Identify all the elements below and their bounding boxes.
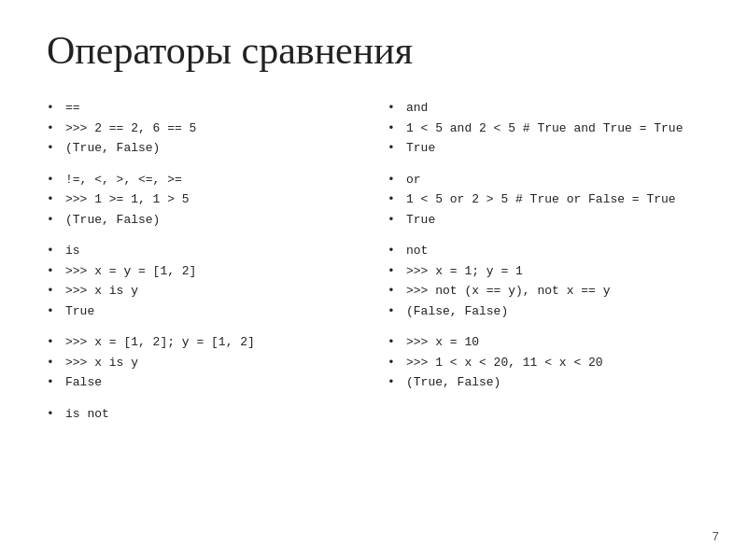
bullet: •: [388, 373, 402, 392]
bullet: •: [47, 405, 62, 424]
list-item: •>>> x = 1; y = 1: [388, 262, 700, 281]
bullet: •: [47, 119, 62, 138]
item-text: >>> x is y: [65, 354, 359, 372]
bullet: •: [47, 211, 62, 230]
page-number: 7: [712, 529, 719, 543]
bullet: •: [47, 190, 62, 209]
item-text: 1 < 5 or 2 > 5 # True or False = True: [406, 190, 700, 209]
right-column: •and•1 < 5 and 2 < 5 # True and True = T…: [378, 99, 700, 436]
list-item: •is: [47, 242, 359, 260]
right-group-2: •not•>>> x = 1; y = 1•>>> not (x == y), …: [388, 242, 700, 320]
list-item: •!=, <, >, <=, >=: [47, 171, 359, 189]
item-text: >>> not (x == y), not x == y: [406, 282, 700, 301]
list-item: •>>> x = 10: [388, 333, 700, 352]
item-text: 1 < 5 and 2 < 5 # True and True = True: [406, 119, 700, 138]
list-item: •(False, False): [388, 302, 700, 321]
item-text: >>> 1 < x < 20, 11 < x < 20: [406, 354, 700, 372]
item-text: is: [65, 242, 359, 260]
bullet: •: [388, 99, 402, 118]
bullet: •: [388, 190, 402, 209]
bullet: •: [47, 354, 62, 372]
list-item: •>>> 2 == 2, 6 == 5: [47, 119, 359, 138]
list-item: •1 < 5 or 2 > 5 # True or False = True: [388, 190, 700, 209]
item-text: >>> x = [1, 2]; y = [1, 2]: [65, 333, 359, 352]
list-item: •1 < 5 and 2 < 5 # True and True = True: [388, 119, 700, 138]
list-item: •False: [47, 373, 359, 392]
item-text: (False, False): [406, 302, 700, 321]
item-text: >>> x = 10: [406, 333, 700, 352]
bullet: •: [47, 373, 62, 392]
bullet: •: [388, 282, 402, 301]
list-item: •is not: [47, 405, 359, 424]
right-group-3: •>>> x = 10•>>> 1 < x < 20, 11 < x < 20•…: [388, 333, 700, 392]
item-text: >>> 1 >= 1, 1 > 5: [65, 190, 359, 209]
left-group-3: •>>> x = [1, 2]; y = [1, 2]•>>> x is y•F…: [47, 333, 359, 392]
list-item: •True: [388, 211, 700, 230]
list-item: •>>> x = [1, 2]; y = [1, 2]: [47, 333, 359, 352]
bullet: •: [388, 211, 402, 230]
list-item: •>>> 1 < x < 20, 11 < x < 20: [388, 354, 700, 372]
bullet: •: [388, 119, 402, 138]
bullet: •: [47, 282, 62, 301]
item-text: is not: [65, 405, 359, 424]
item-text: not: [406, 242, 700, 260]
item-text: True: [65, 302, 359, 321]
item-text: >>> x = y = [1, 2]: [65, 262, 359, 281]
item-text: !=, <, >, <=, >=: [65, 171, 359, 189]
bullet: •: [388, 302, 402, 321]
item-text: >>> 2 == 2, 6 == 5: [65, 119, 359, 138]
bullet: •: [47, 171, 62, 189]
item-text: and: [406, 99, 700, 118]
left-group-1: •!=, <, >, <=, >=•>>> 1 >= 1, 1 > 5•(Tru…: [47, 171, 359, 230]
slide: Операторы сравнения •==•>>> 2 == 2, 6 ==…: [0, 0, 747, 560]
left-column: •==•>>> 2 == 2, 6 == 5•(True, False)•!=,…: [47, 99, 378, 436]
left-group-0: •==•>>> 2 == 2, 6 == 5•(True, False): [47, 99, 359, 158]
columns: •==•>>> 2 == 2, 6 == 5•(True, False)•!=,…: [47, 99, 700, 436]
bullet: •: [47, 242, 62, 260]
left-group-4: •is not: [47, 405, 359, 424]
list-item: •and: [388, 99, 700, 118]
slide-title: Операторы сравнения: [47, 28, 700, 73]
bullet: •: [388, 242, 402, 260]
item-text: or: [406, 171, 700, 189]
bullet: •: [47, 262, 62, 281]
item-text: True: [406, 211, 700, 230]
list-item: •>>> x is y: [47, 282, 359, 301]
item-text: False: [65, 373, 359, 392]
bullet: •: [47, 99, 62, 118]
list-item: •==: [47, 99, 359, 118]
right-group-1: •or•1 < 5 or 2 > 5 # True or False = Tru…: [388, 171, 700, 230]
right-group-0: •and•1 < 5 and 2 < 5 # True and True = T…: [388, 99, 700, 158]
item-text: >>> x = 1; y = 1: [406, 262, 700, 281]
bullet: •: [388, 139, 402, 158]
bullet: •: [47, 139, 62, 158]
bullet: •: [388, 354, 402, 372]
list-item: •not: [388, 242, 700, 260]
item-text: >>> x is y: [65, 282, 359, 301]
list-item: •>>> x is y: [47, 354, 359, 372]
bullet: •: [47, 333, 62, 352]
list-item: •(True, False): [47, 211, 359, 230]
item-text: (True, False): [65, 211, 359, 230]
list-item: •>>> 1 >= 1, 1 > 5: [47, 190, 359, 209]
list-item: •>>> x = y = [1, 2]: [47, 262, 359, 281]
bullet: •: [388, 262, 402, 281]
list-item: •True: [388, 139, 700, 158]
list-item: •or: [388, 171, 700, 189]
bullet: •: [388, 171, 402, 189]
left-group-2: •is•>>> x = y = [1, 2]•>>> x is y•True: [47, 242, 359, 320]
bullet: •: [47, 302, 62, 321]
item-text: (True, False): [406, 373, 700, 392]
list-item: •>>> not (x == y), not x == y: [388, 282, 700, 301]
item-text: (True, False): [65, 139, 359, 158]
item-text: True: [406, 139, 700, 158]
item-text: ==: [65, 99, 359, 118]
list-item: •True: [47, 302, 359, 321]
bullet: •: [388, 333, 402, 352]
list-item: •(True, False): [47, 139, 359, 158]
list-item: •(True, False): [388, 373, 700, 392]
